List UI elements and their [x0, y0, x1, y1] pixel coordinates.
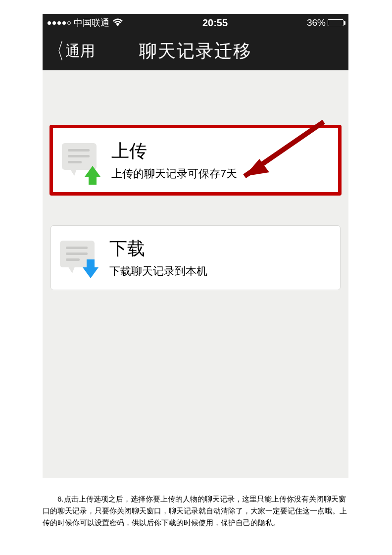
download-subtitle: 下载聊天记录到本机 — [109, 264, 207, 279]
status-left: 中国联通 — [48, 17, 123, 29]
upload-subtitle: 上传的聊天记录可保存7天 — [111, 166, 237, 181]
download-text: 下载 下载聊天记录到本机 — [109, 237, 207, 279]
back-button[interactable]: 〈 通用 — [43, 40, 95, 62]
battery-icon — [328, 19, 343, 26]
upload-icon — [62, 143, 100, 178]
download-title: 下载 — [109, 237, 207, 261]
clock: 20:55 — [202, 17, 228, 29]
upload-text: 上传 上传的聊天记录可保存7天 — [111, 139, 237, 181]
download-icon — [60, 241, 98, 275]
upload-option[interactable]: 上传 上传的聊天记录可保存7天 — [49, 125, 342, 196]
content-area: 上传 上传的聊天记录可保存7天 下载 下载聊天记录到本机 — [43, 125, 348, 290]
wifi-icon — [112, 18, 123, 28]
instruction-paragraph: 6.点击上传选项之后，选择你要上传的人物的聊天记录，这里只能上传你没有关闭聊天窗… — [43, 493, 348, 529]
status-bar: 中国联通 20:55 36% — [43, 14, 348, 32]
battery-percent: 36% — [307, 17, 326, 28]
upload-title: 上传 — [111, 139, 237, 163]
page-title: 聊天记录迁移 — [139, 39, 252, 63]
download-option[interactable]: 下载 下载聊天记录到本机 — [50, 225, 341, 290]
phone-screenshot: 中国联通 20:55 36% 〈 通用 聊天记录迁移 — [43, 14, 348, 478]
back-label: 通用 — [65, 41, 95, 61]
navigation-bar: 〈 通用 聊天记录迁移 — [43, 32, 348, 70]
carrier-label: 中国联通 — [74, 17, 109, 29]
signal-strength-icon — [48, 21, 71, 25]
status-right: 36% — [307, 17, 343, 28]
instruction-text: 6.点击上传选项之后，选择你要上传的人物的聊天记录，这里只能上传你没有关闭聊天窗… — [43, 493, 348, 529]
chevron-left-icon: 〈 — [49, 40, 64, 62]
